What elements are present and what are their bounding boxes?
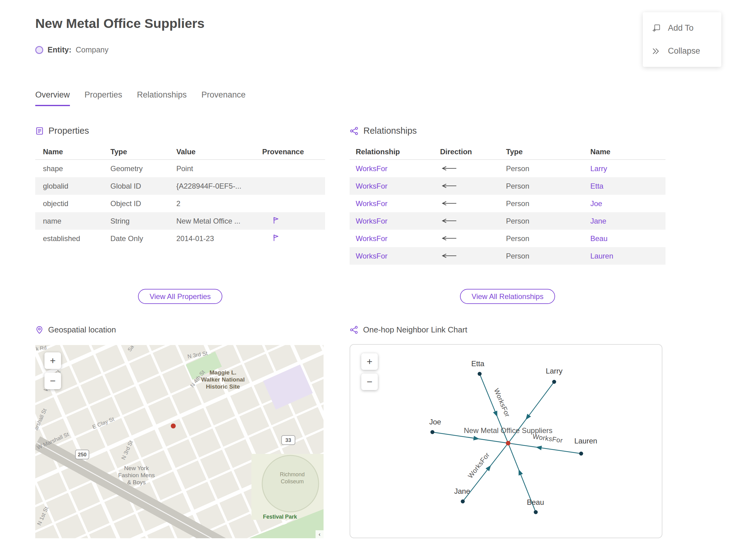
graph-node-label: Jane (454, 487, 470, 495)
view-all-relationships-button[interactable]: View All Relationships (460, 289, 555, 304)
relationships-heading: Relationships (350, 126, 665, 136)
collapse-icon (652, 47, 661, 56)
properties-heading: Properties (35, 126, 325, 136)
col-relationship: Relationship (350, 148, 434, 156)
map-label: Festival Park (263, 514, 297, 520)
table-row: WorksFor Person Jane (350, 212, 665, 230)
tab-properties[interactable]: Properties (85, 90, 122, 106)
geospatial-heading: Geospatial location (35, 325, 116, 335)
table-row: globalid Global ID {A228944F-0EF5-... (35, 177, 325, 195)
properties-table-body: shape Geometry Point globalid Global ID … (35, 160, 325, 247)
map-attribution-toggle[interactable]: ‹ (316, 530, 324, 538)
collapse-label: Collapse (668, 46, 700, 56)
relationships-table-body: WorksFor Person Larry WorksFor Person Et… (350, 160, 665, 265)
map-label: New York (124, 465, 149, 471)
relationship-link[interactable]: WorksFor (350, 199, 434, 208)
add-to-icon (652, 24, 661, 33)
graph-node[interactable] (431, 430, 435, 434)
graph-node-label: Etta (471, 359, 485, 368)
col-value: Value (169, 148, 255, 156)
graph-edge-label: WorksFor (466, 451, 491, 480)
map-route-shield-label: 250 (78, 452, 86, 458)
action-menu: Add To Collapse (643, 12, 721, 67)
direction-left-arrow-icon (440, 183, 457, 189)
map-zoom-controls: + − (44, 352, 61, 393)
add-to-button[interactable]: Add To (643, 17, 721, 40)
graph-node[interactable] (579, 452, 583, 456)
properties-heading-label: Properties (48, 126, 89, 136)
entity-link[interactable]: Lauren (584, 252, 665, 260)
relationship-link[interactable]: WorksFor (350, 182, 434, 190)
entity-type-value: Company (76, 45, 109, 54)
properties-table-header: Name Type Value Provenance (35, 144, 325, 160)
relationship-link[interactable]: WorksFor (350, 217, 434, 225)
tab-provenance[interactable]: Provenance (201, 90, 246, 106)
entity-type-icon (35, 46, 43, 54)
geospatial-heading-label: Geospatial location (48, 325, 116, 335)
page-title: New Metal Office Suppliers (35, 16, 205, 31)
col-name: Name (584, 148, 665, 156)
relationships-panel: Relationships Relationship Direction Typ… (350, 126, 665, 265)
chart-zoom-in-button[interactable]: + (361, 353, 378, 370)
tab-overview[interactable]: Overview (35, 90, 70, 106)
link-chart-canvas[interactable]: WorksForWorksForWorksForEttaLarryJoeLaur… (350, 345, 662, 538)
entity-link[interactable]: Joe (584, 199, 665, 208)
table-row: name String New Metal Office ... (35, 212, 325, 230)
entity-type-row: Entity: Company (35, 45, 109, 54)
chart-zoom-out-button[interactable]: − (361, 374, 378, 390)
map-label: Fashion Mens (118, 472, 155, 478)
relationship-link[interactable]: WorksFor (350, 252, 434, 260)
table-row: WorksFor Person Etta (350, 177, 665, 195)
graph-node[interactable] (478, 372, 482, 376)
map-label: Maggie L. (209, 369, 236, 376)
direction-left-arrow-icon (440, 253, 457, 259)
map-label: Walker National (201, 376, 245, 383)
map-canvas[interactable]: Maggie L.Walker NationalHistoric SiteNew… (35, 345, 324, 538)
table-row: objectid Object ID 2 (35, 195, 325, 212)
table-row: WorksFor Person Joe (350, 195, 665, 212)
relationship-link[interactable]: WorksFor (350, 164, 434, 173)
graph-node[interactable] (461, 500, 465, 504)
map-label: Coliseum (281, 478, 304, 485)
entity-link[interactable]: Beau (584, 234, 665, 243)
direction-left-arrow-icon (440, 236, 457, 241)
view-all-properties-button[interactable]: View All Properties (138, 289, 223, 304)
map-label: Richmond (280, 471, 305, 478)
relationships-table-header: Relationship Direction Type Name (350, 144, 665, 160)
relationships-table: Relationship Direction Type Name WorksFo… (350, 144, 665, 265)
add-to-label: Add To (668, 23, 694, 33)
graph-node[interactable] (552, 380, 556, 384)
table-row: WorksFor Person Larry (350, 160, 665, 177)
collapse-button[interactable]: Collapse (643, 40, 721, 63)
tab-relationships[interactable]: Relationships (137, 90, 187, 106)
entity-link[interactable]: Jane (584, 217, 665, 225)
entity-link[interactable]: Larry (584, 164, 665, 173)
graph-node[interactable] (534, 510, 538, 514)
relationship-link[interactable]: WorksFor (350, 234, 434, 243)
graph-node-label: Lauren (574, 437, 597, 445)
entity-link[interactable]: Etta (584, 182, 665, 190)
properties-table: Name Type Value Provenance shape Geometr… (35, 144, 325, 247)
properties-panel: Properties Name Type Value Provenance sh… (35, 126, 325, 247)
geospatial-map[interactable]: Maggie L.Walker NationalHistoric SiteNew… (35, 345, 324, 538)
direction-left-arrow-icon (440, 218, 457, 224)
graph-center-node[interactable] (506, 441, 511, 446)
link-chart-heading: One-hop Neighbor Link Chart (350, 325, 467, 335)
graph-node-label: Larry (546, 367, 563, 375)
provenance-flag-icon[interactable] (272, 216, 280, 224)
map-zoom-in-button[interactable]: + (44, 352, 61, 369)
map-entity-marker (171, 424, 176, 428)
graph-edge-arrow (485, 464, 493, 471)
provenance-flag-icon[interactable] (272, 234, 280, 242)
map-zoom-out-button[interactable]: − (44, 373, 61, 389)
chart-zoom-controls: + − (361, 353, 378, 394)
entity-label: Entity: (48, 45, 71, 54)
direction-left-arrow-icon (440, 201, 457, 206)
col-provenance: Provenance (255, 148, 325, 156)
entity-details-page: New Metal Office Suppliers Entity: Compa… (0, 0, 736, 560)
col-type: Type (103, 148, 169, 156)
table-row: WorksFor Person Lauren (350, 247, 665, 265)
link-chart-heading-label: One-hop Neighbor Link Chart (363, 325, 467, 335)
tab-bar: Overview Properties Relationships Proven… (35, 90, 246, 106)
relationships-icon (350, 126, 359, 136)
